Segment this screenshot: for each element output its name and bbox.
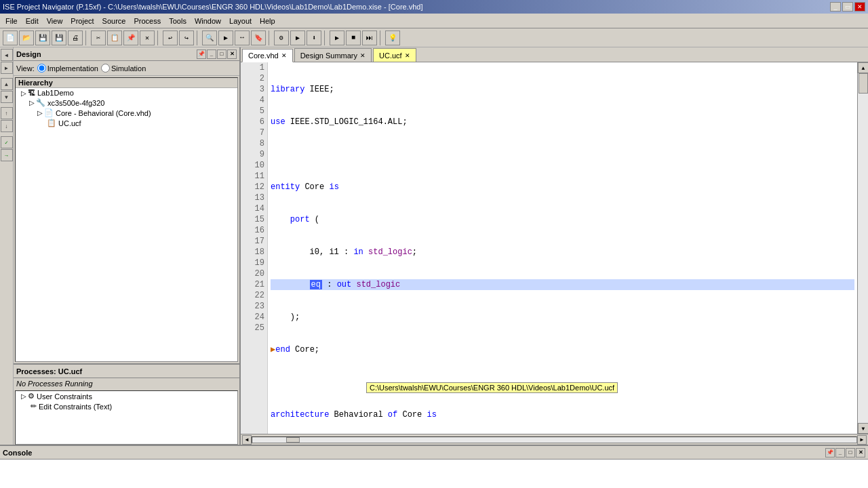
side-btn-2[interactable]: ▶ [1,62,13,74]
tree-item-lab1demo[interactable]: ▷ 🏗 Lab1Demo [16,88,237,98]
menu-help[interactable]: Help [256,16,279,26]
simulation-radio-label[interactable]: Simulation [101,64,146,73]
line-num-7: 7 [241,127,267,138]
prog-button[interactable]: ⬇ [307,30,321,45]
tree-item-device[interactable]: ▷ 🔧 xc3s500e-4fg320 [16,98,237,108]
panel-min-button[interactable]: _ [207,49,216,59]
run-button[interactable]: ▶ [330,30,344,45]
code-editor[interactable]: library IEEE; use IEEE.STD_LOGIC_1164.AL… [268,62,857,434]
side-btn-3[interactable]: ▲ [1,78,13,90]
menu-edit[interactable]: Edit [22,16,43,26]
tree-label-core: Core - Behavioral (Core.vhd) [56,109,151,117]
tree-icon-uc: ⚙ [28,392,35,401]
tree-label-ucf: UC.ucf [58,119,81,127]
print-button[interactable]: 🖨 [68,30,83,45]
tab-bar: Core.vhd ✕ Design Summary ✕ UC.ucf ✕ [241,47,868,62]
toolbar-sep-4 [269,30,271,45]
console-pin[interactable]: 📌 [825,448,835,458]
code-line-4: entity Core is [271,182,854,192]
menu-window[interactable]: Window [191,16,225,26]
help-button[interactable]: 💡 [385,30,400,45]
tree-item-core[interactable]: ▷ 📄 Core - Behavioral (Core.vhd) [16,108,237,118]
tree-item-ucf[interactable]: 📋 UC.ucf [16,118,237,128]
vscroll-down[interactable]: ▼ [858,423,868,434]
redo-button[interactable]: ↪ [179,30,194,45]
tree-item-user-constraints[interactable]: ▷ ⚙ User Constraints [16,391,237,401]
tab-close-core[interactable]: ✕ [281,52,287,59]
paste-button[interactable]: 📌 [123,30,138,45]
panel-close-button[interactable]: ✕ [227,49,237,59]
panel-max-button[interactable]: □ [217,49,226,59]
menu-view[interactable]: View [43,16,67,26]
implementation-radio[interactable] [37,64,46,73]
vscroll-thumb[interactable] [859,73,868,94]
tree-item-edit-constraints[interactable]: ✏ Edit Constraints (Text) [16,401,237,411]
panel-pin-button[interactable]: 📌 [197,49,206,59]
expand-icon-device: ▷ [29,99,35,106]
tab-close-ucf[interactable]: ✕ [405,52,410,59]
line-num-16: 16 [241,225,267,236]
vscroll-track[interactable] [858,73,868,423]
horizontal-scrollbar[interactable]: ◀ ▶ [241,434,868,445]
step-button[interactable]: ⏭ [362,30,377,45]
menu-layout[interactable]: Layout [225,16,256,26]
hierarchy-header: Hierarchy [16,78,237,88]
menu-project[interactable]: Project [66,16,98,26]
synth-button[interactable]: ⚙ [274,30,289,45]
cut-button[interactable]: ✂ [91,30,106,45]
new-button[interactable]: 📄 [3,30,18,45]
save-button[interactable]: 💾 [35,30,50,45]
menu-source[interactable]: Source [98,16,130,26]
side-btn-1[interactable]: ◀ [1,49,13,61]
console-max[interactable]: □ [846,448,855,458]
impl-button[interactable]: ▶ [290,30,305,45]
menu-tools[interactable]: Tools [165,16,191,26]
tab-ucf[interactable]: UC.ucf ✕ [373,48,416,62]
ucf-path-tooltip: C:\Users\twalsh\EWU\Courses\ENGR 360 HDL… [366,382,618,393]
hscroll-track[interactable] [252,436,857,443]
line-numbers: 1 2 3 4 5 6 7 8 9 10 11 12 13 14 15 16 1… [241,62,268,434]
side-btn-4[interactable]: ▼ [1,91,13,103]
side-btn-arrow[interactable]: → [1,149,13,161]
undo-button[interactable]: ↩ [163,30,178,45]
hscroll-left[interactable]: ◀ [242,435,252,445]
side-toolbar: ◀ ▶ ▲ ▼ ↑ ↓ ✓ → [0,47,14,445]
tab-design-summary[interactable]: Design Summary ✕ [294,48,372,62]
find-button[interactable]: 🔍 [202,30,217,45]
tab-core-vhd[interactable]: Core.vhd ✕ [242,49,293,62]
tree-label-user-constraints: User Constraints [37,392,92,401]
side-btn-5[interactable]: ↑ [1,107,13,119]
line-num-8: 8 [241,138,267,149]
tab-close-summary[interactable]: ✕ [360,52,366,59]
title-bar: ISE Project Navigator (P.15xf) - C:\User… [0,0,868,14]
side-btn-check[interactable]: ✓ [1,136,13,148]
find-next-button[interactable]: ▶ [218,30,233,45]
line-num-4: 4 [241,95,267,106]
menu-file[interactable]: File [1,16,22,26]
tab-label-ucf: UC.ucf [379,52,402,60]
tree-label-device: xc3s500e-4fg320 [47,99,104,107]
stop-button[interactable]: ■ [346,30,361,45]
side-btn-6[interactable]: ↓ [1,120,13,132]
menu-process[interactable]: Process [130,16,165,26]
bottom-section: Console 📌 _ □ ✕ [0,445,868,488]
console-min[interactable]: _ [835,448,845,458]
hscroll-right[interactable]: ▶ [857,435,867,445]
console-close[interactable]: ✕ [856,448,865,458]
copy-button[interactable]: 📋 [107,30,122,45]
bookmark-button[interactable]: 🔖 [251,30,266,45]
restore-button[interactable]: ▭ [842,2,853,12]
open-button[interactable]: 📂 [19,30,34,45]
line-num-23: 23 [241,301,267,312]
replace-button[interactable]: ↔ [235,30,250,45]
title-text: ISE Project Navigator (P.15xf) - C:\User… [3,3,423,11]
tree-icon-ucf: 📋 [47,119,56,127]
hscroll-thumb[interactable] [286,437,300,443]
vscroll-up[interactable]: ▲ [858,62,868,73]
simulation-radio[interactable] [101,64,110,73]
delete-button[interactable]: ✕ [140,30,155,45]
close-button[interactable]: ✕ [854,2,865,12]
implementation-radio-label[interactable]: Implementation [37,64,98,73]
save-all-button[interactable]: 💾 [52,30,66,45]
minimize-button[interactable]: _ [830,2,841,12]
